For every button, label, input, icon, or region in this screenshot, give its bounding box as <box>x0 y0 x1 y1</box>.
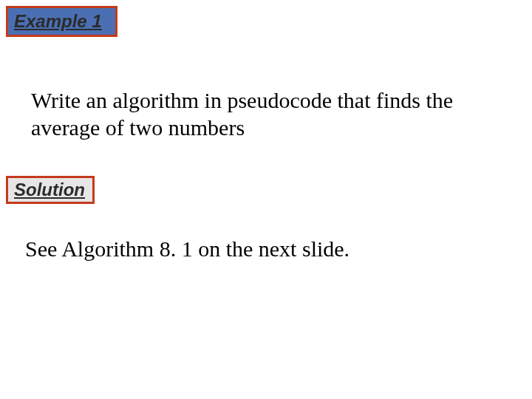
solution-label: Solution <box>14 180 85 200</box>
solution-statement: See Algorithm 8. 1 on the next slide. <box>25 236 349 262</box>
problem-statement: Write an algorithm in pseudocode that fi… <box>31 87 510 141</box>
example-label-box: Example 1 <box>6 6 117 37</box>
solution-label-box: Solution <box>6 176 95 204</box>
example-label: Example 1 <box>14 11 102 31</box>
